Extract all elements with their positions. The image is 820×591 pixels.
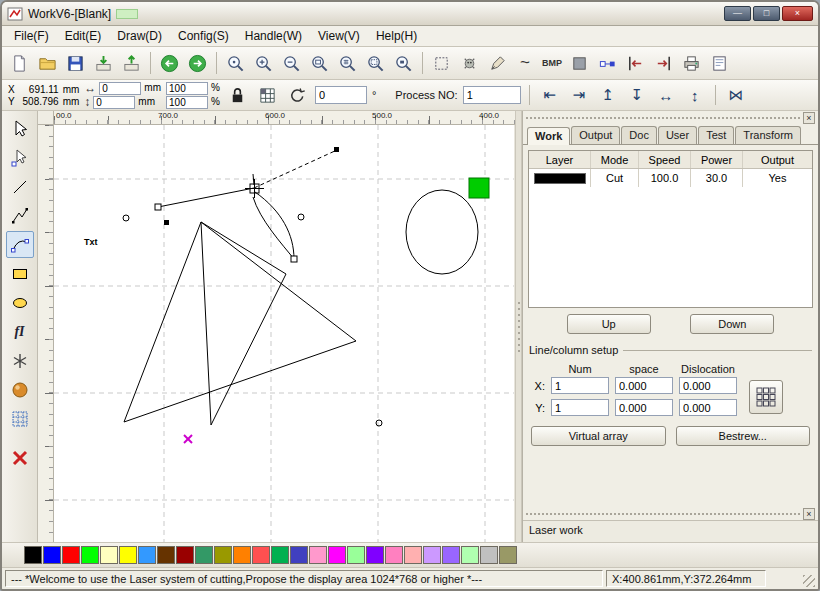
- palette-swatch[interactable]: [176, 546, 194, 564]
- zoom-point-icon[interactable]: [223, 51, 248, 76]
- data-right-icon[interactable]: [651, 51, 676, 76]
- rotate-angle-input[interactable]: [315, 86, 367, 104]
- node-edit-tool[interactable]: [6, 144, 34, 171]
- palette-swatch[interactable]: [404, 546, 422, 564]
- array-x-dis-input[interactable]: [679, 377, 737, 394]
- preview-icon[interactable]: [707, 51, 732, 76]
- array-y-space-input[interactable]: [615, 399, 673, 416]
- select-tool[interactable]: [6, 115, 34, 142]
- polyline-tool[interactable]: [6, 202, 34, 229]
- node-point[interactable]: [123, 215, 129, 221]
- ellipse-tool[interactable]: [6, 289, 34, 316]
- align-bottom-icon[interactable]: ↧: [625, 84, 649, 106]
- tab-transform[interactable]: Transform: [735, 126, 801, 144]
- open-folder-icon[interactable]: [35, 51, 60, 76]
- node-squares-icon[interactable]: [595, 51, 620, 76]
- palette-swatch[interactable]: [309, 546, 327, 564]
- array-x-space-input[interactable]: [615, 377, 673, 394]
- layer-row[interactable]: Cut 100.0 30.0 Yes: [529, 169, 812, 187]
- tab-user[interactable]: User: [658, 126, 697, 144]
- menu-config[interactable]: Config(S): [170, 27, 237, 45]
- control-points[interactable]: [164, 147, 339, 225]
- star-tool[interactable]: [6, 347, 34, 374]
- redo-icon[interactable]: [185, 51, 210, 76]
- menu-view[interactable]: View(V): [310, 27, 368, 45]
- palette-swatch[interactable]: [24, 546, 42, 564]
- simulate-icon[interactable]: [457, 51, 482, 76]
- palette-swatch[interactable]: [195, 546, 213, 564]
- menu-handle[interactable]: Handle(W): [237, 27, 310, 45]
- pen-tool-icon[interactable]: [485, 51, 510, 76]
- grid-table-icon[interactable]: [255, 83, 280, 108]
- width-input[interactable]: [99, 82, 141, 95]
- panel-splitter[interactable]: [515, 111, 522, 542]
- laser-work-handle[interactable]: ×: [523, 507, 818, 520]
- region-check-icon[interactable]: [429, 51, 454, 76]
- undo-icon[interactable]: [157, 51, 182, 76]
- menu-file[interactable]: File(F): [6, 27, 57, 45]
- align-right-icon[interactable]: ⇥: [567, 84, 591, 106]
- fill-square-icon[interactable]: [567, 51, 592, 76]
- align-left-icon[interactable]: ⇤: [538, 84, 562, 106]
- palette-swatch[interactable]: [480, 546, 498, 564]
- sphere-tool[interactable]: [6, 376, 34, 403]
- mirror-horizontal-icon[interactable]: ↔: [654, 84, 678, 106]
- maximize-button[interactable]: □: [753, 6, 780, 21]
- tab-test[interactable]: Test: [698, 126, 734, 144]
- save-icon[interactable]: [63, 51, 88, 76]
- palette-swatch[interactable]: [271, 546, 289, 564]
- palette-swatch[interactable]: [233, 546, 251, 564]
- bezier-tool[interactable]: [6, 231, 34, 258]
- close-button[interactable]: ×: [782, 6, 813, 21]
- tab-work[interactable]: Work: [527, 127, 570, 145]
- lock-ratio-icon[interactable]: [225, 83, 250, 108]
- palette-swatch[interactable]: [423, 546, 441, 564]
- palette-swatch[interactable]: [461, 546, 479, 564]
- handle-point[interactable]: [291, 256, 297, 262]
- data-left-icon[interactable]: [623, 51, 648, 76]
- palette-swatch[interactable]: [157, 546, 175, 564]
- inner-triangle-shape[interactable]: [201, 222, 286, 425]
- node-point[interactable]: [376, 420, 382, 426]
- width-percent-input[interactable]: [166, 82, 208, 95]
- palette-swatch[interactable]: [138, 546, 156, 564]
- height-percent-input[interactable]: [166, 96, 208, 109]
- palette-swatch[interactable]: [81, 546, 99, 564]
- height-input[interactable]: [93, 96, 135, 109]
- zoom-grid-icon[interactable]: [335, 51, 360, 76]
- zoom-in-icon[interactable]: [251, 51, 276, 76]
- text-object[interactable]: Txt: [84, 237, 98, 247]
- menu-help[interactable]: Help(H): [368, 27, 425, 45]
- array-x-num-input[interactable]: [551, 377, 609, 394]
- weld-icon[interactable]: ⋈: [724, 84, 748, 106]
- green-square-shape[interactable]: [469, 178, 489, 198]
- array-y-dis-input[interactable]: [679, 399, 737, 416]
- tab-doc[interactable]: Doc: [621, 126, 657, 144]
- rectangle-tool[interactable]: [6, 260, 34, 287]
- new-file-icon[interactable]: [7, 51, 32, 76]
- zoom-all-icon[interactable]: [363, 51, 388, 76]
- palette-swatch[interactable]: [43, 546, 61, 564]
- export-icon[interactable]: [119, 51, 144, 76]
- palette-swatch[interactable]: [119, 546, 137, 564]
- palette-swatch[interactable]: [214, 546, 232, 564]
- layer-color-swatch[interactable]: [534, 173, 586, 184]
- align-top-icon[interactable]: ↥: [596, 84, 620, 106]
- process-no-input[interactable]: [463, 86, 521, 104]
- palette-swatch[interactable]: [442, 546, 460, 564]
- import-icon[interactable]: [91, 51, 116, 76]
- array-grid-tool[interactable]: [6, 405, 34, 432]
- up-button[interactable]: Up: [567, 314, 651, 334]
- handle-point[interactable]: [155, 204, 161, 210]
- node-point[interactable]: [298, 214, 304, 220]
- palette-swatch[interactable]: [328, 546, 346, 564]
- rotate-icon[interactable]: [285, 83, 310, 108]
- bestrew-button[interactable]: Bestrew...: [676, 426, 811, 446]
- anchor-point[interactable]: [245, 179, 264, 198]
- palette-swatch[interactable]: [366, 546, 384, 564]
- ellipse-shape[interactable]: [406, 190, 478, 274]
- zoom-select-icon[interactable]: [391, 51, 416, 76]
- bmp-icon[interactable]: BMP: [540, 52, 564, 74]
- panel-close-icon[interactable]: ×: [803, 112, 815, 124]
- array-y-num-input[interactable]: [551, 399, 609, 416]
